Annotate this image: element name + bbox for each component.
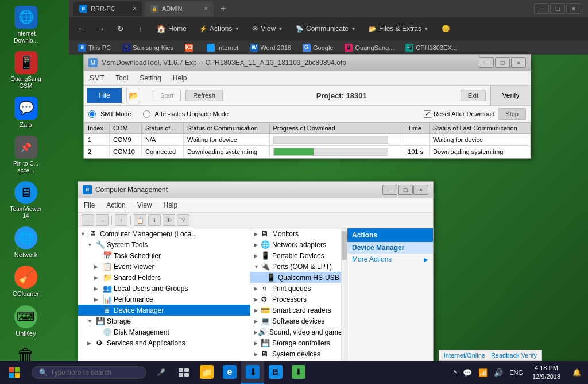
fav-ki3[interactable]: K3 — [181, 43, 199, 53]
cm-close-btn[interactable]: × — [413, 185, 428, 195]
stop-button[interactable]: Stop — [498, 108, 526, 120]
scrollbar-thumb[interactable] — [342, 231, 347, 260]
list-network-adapters[interactable]: ▶ 🌐 Network adapters — [250, 239, 347, 250]
msm-minimize-btn[interactable]: ─ — [479, 57, 494, 68]
browser-close-btn[interactable]: × — [566, 3, 581, 14]
list-smart-card[interactable]: ▶ 💳 Smart card readers — [250, 305, 347, 316]
refresh-button[interactable]: ↻ — [113, 21, 129, 37]
tray-eng[interactable]: ENG — [508, 369, 525, 376]
cm-help-btn[interactable]: ? — [177, 214, 189, 226]
tab-close-rrr-pc[interactable]: × — [133, 5, 137, 13]
verify-button[interactable]: Verify — [497, 86, 524, 105]
desktop-icon-unikey[interactable]: ⌨ UniKey — [3, 302, 49, 340]
tree-device-manager[interactable]: 🖥 Device Manager — [78, 305, 250, 316]
search-input[interactable] — [51, 368, 137, 377]
desktop-icon-zalo[interactable]: 💬 Zalo — [3, 94, 49, 132]
emoji-menu-item[interactable]: 😊 — [437, 22, 455, 35]
msm-menu-tool[interactable]: Tool — [110, 72, 134, 84]
view-menu-item[interactable]: 👁 View ▼ — [247, 22, 288, 35]
list-qualcomm[interactable]: 📱 Qualcomm HS-USB QDLoader 9008 (COM10) — [250, 272, 347, 283]
file-button[interactable]: File — [87, 88, 122, 103]
tree-shared-folders[interactable]: ▶ 📁 Shared Folders — [78, 272, 250, 283]
fav-word[interactable]: W Word 2016 — [246, 43, 295, 53]
taskbar-clock[interactable]: 4:18 PM 12/9/2018 — [528, 364, 565, 382]
browser-tab-rrr-pc[interactable]: 🖥 RRR-PC × — [74, 1, 142, 16]
task-view-button[interactable] — [172, 361, 195, 384]
fav-this-pc[interactable]: 🖥 This PC — [75, 43, 114, 53]
list-storage-controllers[interactable]: ▶ 💾 Storage controllers — [250, 337, 347, 348]
smt-mode-radio[interactable]: SMT Mode — [88, 110, 131, 118]
tree-event-viewer[interactable]: ▶ 📋 Event Viewer — [78, 261, 250, 272]
fav-internet[interactable]: 🌐 Internet — [203, 43, 242, 53]
taskbar-app-downloads[interactable]: ⬇ — [241, 361, 264, 384]
refresh-button[interactable]: Refresh — [185, 90, 223, 101]
taskbar-app-edge[interactable]: e — [218, 361, 241, 384]
cm-forward-btn[interactable]: → — [96, 214, 109, 226]
desktop-icon-quangsang[interactable]: 📱 QuangSangGSM — [3, 48, 49, 93]
cm-menu-action[interactable]: Action — [100, 199, 131, 211]
cm-up-btn[interactable]: ↑ — [115, 214, 127, 226]
status-internet[interactable]: Internet/Online — [444, 352, 485, 359]
cm-view-btn[interactable]: 👁 — [163, 214, 175, 226]
desktop-icon-teamviewer[interactable]: 🖥 TeamViewer14 — [3, 178, 49, 222]
tray-network[interactable]: 📶 — [477, 368, 489, 377]
tree-task-scheduler[interactable]: 📅 Task Scheduler — [78, 250, 250, 261]
cm-menu-file[interactable]: File — [78, 199, 100, 211]
list-sound-video[interactable]: ▶ 🔊 Sound, video and game controllers — [250, 327, 347, 337]
tree-performance[interactable]: ▶ 📊 Performance — [78, 294, 250, 305]
tree-storage[interactable]: ▼ 💾 Storage — [78, 316, 250, 327]
taskbar-app-file-explorer[interactable]: 📁 — [195, 361, 218, 384]
cm-minimize-btn[interactable]: ─ — [382, 185, 397, 195]
list-portable-devices[interactable]: ▶ 📱 Portable Devices — [250, 250, 347, 261]
new-tab-button[interactable]: + — [216, 1, 231, 16]
desktop-icon-pin[interactable]: 📌 Pin to C...acce... — [3, 133, 49, 177]
forward-button[interactable]: → — [93, 21, 109, 37]
actions-device-manager[interactable]: Device Manager — [347, 242, 433, 254]
list-monitors[interactable]: ▶ 🖥 Monitors — [250, 228, 347, 239]
msm-menu-smt[interactable]: SMT — [84, 72, 110, 84]
msm-maximize-btn[interactable]: □ — [495, 57, 510, 68]
desktop-icon-internet-download[interactable]: 🌐 Internet Downlo... — [3, 3, 49, 47]
actions-more[interactable]: More Actions ▶ — [347, 254, 433, 265]
communicate-menu-item[interactable]: 📡 Communicate ▼ — [291, 22, 361, 35]
cortana-button[interactable]: 🎤 — [149, 361, 172, 384]
list-system-devices[interactable]: ▶ 🖥 System devices — [250, 348, 347, 359]
reset-checkbox-label[interactable]: Reset After Download — [424, 110, 494, 118]
reset-checkbox[interactable] — [424, 110, 431, 118]
tree-local-users[interactable]: ▶ 👥 Local Users and Groups — [78, 283, 250, 294]
msm-close-btn[interactable]: × — [511, 57, 526, 68]
fav-samsung-kies[interactable]: 📱 Samsung Kies — [119, 43, 177, 53]
tree-services-apps[interactable]: ▶ ⚙ Services and Applications — [78, 337, 250, 348]
browser-tab-admin[interactable]: 🔒 ADMIN × — [145, 1, 214, 16]
tree-disk-management[interactable]: 💿 Disk Management — [78, 327, 250, 337]
msm-menu-setting[interactable]: Setting — [134, 72, 167, 84]
home-menu-item[interactable]: 🏠 Home — [152, 22, 191, 36]
tray-volume[interactable]: 🔊 — [492, 368, 505, 377]
cm-maximize-btn[interactable]: □ — [398, 185, 413, 195]
status-readback[interactable]: Readback Verify — [491, 352, 537, 359]
desktop-icon-network[interactable]: 🌐 Network — [3, 224, 49, 262]
taskbar-app-teamviewer[interactable]: 🖥 — [264, 361, 287, 384]
notification-button[interactable]: 🔔 — [568, 361, 585, 384]
browser-maximize-btn[interactable]: □ — [550, 3, 565, 14]
actions-menu-item[interactable]: ⚡ Actions ▼ — [195, 22, 244, 35]
cm-menu-view[interactable]: View — [131, 199, 158, 211]
up-button[interactable]: ↑ — [132, 21, 148, 37]
exit-button[interactable]: Exit — [461, 90, 486, 101]
start-button[interactable]: Start — [153, 90, 181, 101]
list-ports[interactable]: ▼ 🔌 Ports (COM & LPT) — [250, 261, 347, 272]
start-button[interactable] — [0, 361, 29, 384]
msm-menu-help[interactable]: Help — [167, 72, 193, 84]
list-print-queues[interactable]: ▶ 🖨 Print queues — [250, 283, 347, 294]
browser-minimize-btn[interactable]: ─ — [534, 3, 549, 14]
cm-back-btn[interactable]: ← — [82, 214, 94, 226]
fav-cph[interactable]: 📲 CPH1803EX... — [402, 43, 461, 53]
cm-show-hide-btn[interactable]: 📋 — [134, 214, 146, 226]
after-sales-radio[interactable]: After-sales Upgrade Mode — [143, 110, 229, 118]
fav-google[interactable]: G Google — [299, 43, 336, 53]
files-extras-menu-item[interactable]: 📂 Files & Extras ▼ — [364, 22, 434, 35]
list-processors[interactable]: ▶ ⚙ Processors — [250, 294, 347, 305]
cm-properties-btn[interactable]: ℹ — [148, 214, 161, 226]
taskbar-app-download2[interactable]: ⬇ — [287, 361, 310, 384]
back-button[interactable]: ← — [74, 21, 90, 37]
